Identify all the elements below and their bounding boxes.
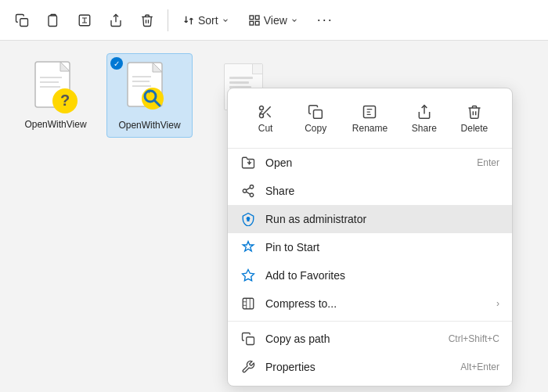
view-icon [248, 14, 261, 27]
cm-admin-item[interactable]: Run as administrator [228, 205, 512, 233]
file-name: OpenWithView [118, 120, 180, 131]
open-icon [240, 155, 256, 171]
cm-properties-shortcut: Alt+Enter [460, 361, 499, 372]
admin-icon [240, 211, 256, 227]
cm-copypath-item[interactable]: Copy as path Ctrl+Shift+C [228, 325, 512, 353]
toolbar-share-icon-btn[interactable] [102, 5, 130, 36]
share-icon [109, 13, 123, 27]
file-icon: ? [28, 59, 83, 114]
cm-pin-item[interactable]: Pin to Start [228, 233, 512, 261]
svg-text:✦: ✦ [146, 88, 152, 95]
svg-line-34 [246, 188, 250, 190]
file-item[interactable]: ✦ OpenWithView [106, 53, 193, 138]
cm-pin-label: Pin to Start [265, 241, 499, 254]
cm-cut-button[interactable]: Cut [244, 99, 287, 138]
cm-properties-item[interactable]: Properties Alt+Enter [228, 353, 512, 381]
toolbar-delete-icon-btn[interactable] [133, 5, 161, 36]
cm-cut-label: Cut [258, 123, 273, 134]
cm-open-item[interactable]: Open Enter [228, 149, 512, 177]
cm-properties-label: Properties [265, 361, 451, 373]
svg-rect-5 [255, 16, 259, 20]
cm-rename-button[interactable]: Rename [344, 99, 395, 138]
file-checkmark [110, 57, 123, 70]
svg-line-33 [246, 192, 250, 194]
cm-copy-icon [308, 104, 323, 120]
doc-search-icon: ✦ [123, 59, 176, 116]
svg-point-32 [250, 193, 254, 197]
file-icon: ✦ [122, 60, 177, 115]
cm-admin-label: Run as administrator [265, 213, 499, 225]
cm-open-label: Open [265, 156, 467, 169]
file-item[interactable]: ? OpenWithView [13, 53, 99, 138]
compress-icon [240, 296, 256, 311]
sort-icon [182, 14, 195, 27]
cm-copy-label: Copy [305, 123, 326, 134]
svg-line-25 [267, 113, 271, 117]
cm-favorites-item[interactable]: Add to Favorites [228, 261, 512, 290]
svg-marker-36 [243, 270, 254, 281]
svg-rect-4 [250, 16, 254, 20]
cm-delete-label: Delete [461, 123, 489, 134]
svg-point-22 [260, 106, 264, 110]
svg-text:?: ? [60, 92, 70, 109]
cm-delete-button[interactable]: Delete [452, 99, 496, 138]
delete-icon [140, 13, 154, 27]
svg-point-31 [243, 189, 247, 193]
cm-favorites-label: Add to Favorites [265, 269, 499, 282]
copy1-icon [15, 13, 29, 27]
star-icon [240, 268, 256, 283]
view-chevron-icon [290, 16, 298, 24]
file-area: ? OpenWithView ✦ [0, 41, 548, 392]
more-label: ··· [317, 12, 333, 28]
svg-rect-7 [255, 21, 259, 25]
file-name: OpenWithView [24, 119, 86, 130]
svg-rect-1 [49, 16, 57, 27]
cm-compress-arrow: › [496, 298, 499, 309]
toolbar-copy2-icon-btn[interactable] [39, 5, 67, 36]
cm-toolbar: Cut Copy Rename [228, 93, 512, 149]
scissors-icon [258, 104, 273, 120]
cm-share-item[interactable]: Share [228, 177, 512, 205]
cm-share-label: Share [412, 123, 437, 134]
svg-rect-37 [243, 298, 254, 309]
svg-rect-38 [247, 337, 254, 345]
cm-compress-item[interactable]: Compress to... › [228, 290, 512, 318]
svg-rect-6 [250, 21, 254, 25]
copypath-icon [240, 331, 256, 347]
toolbar-text-icon-btn[interactable] [70, 5, 99, 36]
cm-compress-label: Compress to... [265, 297, 487, 310]
sort-chevron-icon [222, 16, 229, 24]
svg-rect-0 [20, 18, 28, 26]
text-format-icon [78, 13, 92, 27]
svg-line-24 [263, 106, 271, 114]
share2-icon [240, 183, 256, 199]
cm-share-icon [416, 104, 432, 120]
sort-button[interactable]: Sort [175, 10, 237, 31]
svg-point-23 [260, 114, 264, 118]
svg-rect-27 [314, 110, 323, 119]
toolbar-copy-icon-btn[interactable] [8, 5, 36, 36]
cm-copy-button[interactable]: Copy [294, 99, 337, 138]
cm-share2-label: Share [265, 185, 499, 197]
cm-delete-icon [467, 104, 482, 120]
view-button[interactable]: View [240, 10, 306, 31]
properties-icon [240, 359, 256, 375]
cm-separator [228, 321, 512, 322]
copy2-icon [46, 13, 60, 27]
pin-icon [240, 239, 256, 255]
context-menu: Cut Copy Rename [227, 88, 513, 387]
svg-point-30 [250, 185, 254, 189]
rename-icon [362, 104, 377, 120]
doc-question-icon: ? [29, 59, 82, 115]
cm-open-shortcut: Enter [477, 157, 499, 168]
view-label: View [264, 14, 287, 27]
cm-copypath-label: Copy as path [265, 333, 439, 345]
toolbar-separator [168, 9, 168, 31]
cm-copypath-shortcut: Ctrl+Shift+C [449, 333, 499, 344]
more-button[interactable]: ··· [309, 8, 341, 32]
toolbar: Sort View ··· [0, 0, 548, 41]
cm-share-button[interactable]: Share [402, 99, 445, 138]
sort-label: Sort [198, 14, 218, 27]
cm-rename-label: Rename [352, 123, 388, 134]
